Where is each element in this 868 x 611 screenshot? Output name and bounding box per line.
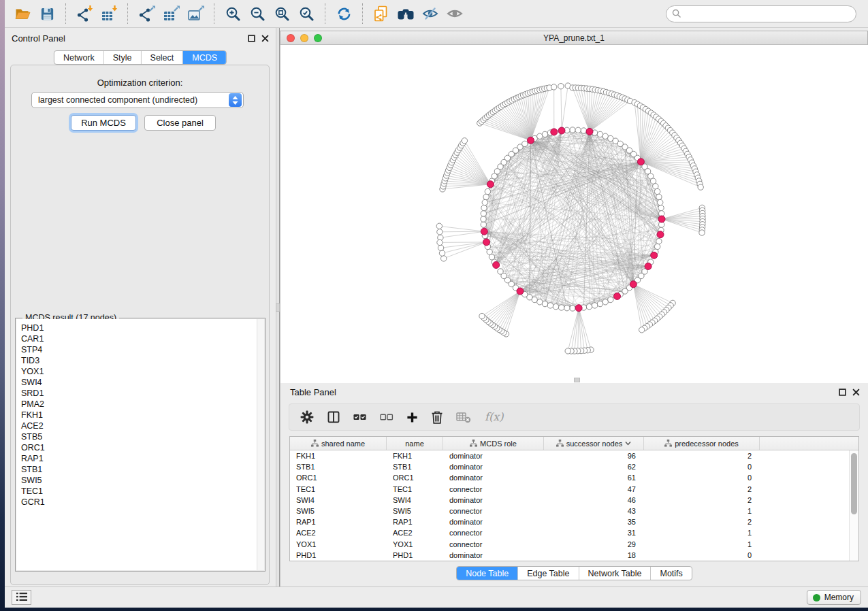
graph-satellite — [558, 84, 564, 89]
mcds-result-item[interactable]: SWI4 — [21, 377, 257, 388]
mcds-tab-content: Optimization criterion: largest connecte… — [10, 65, 270, 585]
graph-node — [542, 131, 547, 137]
table-cell: FKH1 — [387, 452, 443, 460]
find-icon[interactable] — [393, 3, 418, 24]
mcds-result-item[interactable]: SWI5 — [21, 475, 257, 486]
network-graph[interactable] — [280, 45, 867, 383]
tab-network[interactable]: Network — [54, 51, 103, 64]
search-input[interactable] — [684, 10, 856, 19]
zoom-in-icon[interactable] — [221, 3, 245, 24]
task-history-button[interactable] — [12, 590, 31, 605]
mcds-result-item[interactable]: STB1 — [21, 464, 257, 475]
mcds-result-list[interactable]: PHD1CAR1STP4TID3YOX1SWI4SRD1PMA2FKH1ACE2… — [16, 319, 257, 570]
mcds-result-item[interactable]: PMA2 — [21, 399, 257, 410]
hide-panel-icon[interactable] — [418, 3, 443, 24]
close-panel-icon[interactable] — [261, 35, 269, 44]
mcds-result-item[interactable]: ACE2 — [21, 420, 257, 431]
mcds-result-item[interactable]: STP4 — [21, 344, 257, 355]
table-cell: SWI5 — [387, 507, 443, 515]
mcds-result-item[interactable]: ORC1 — [21, 442, 257, 453]
table-row[interactable]: TEC1TEC1connector472 — [290, 484, 849, 495]
table-row[interactable]: PHD1PHD1dominator180 — [290, 550, 849, 561]
network-window-titlebar[interactable]: YPA_prune.txt_1 — [280, 31, 868, 45]
tab-select[interactable]: Select — [141, 51, 183, 64]
close-table-panel-icon[interactable] — [852, 389, 860, 398]
zoom-fit-icon[interactable] — [270, 3, 294, 24]
column-header-MCDS-role[interactable]: MCDS role — [443, 437, 544, 450]
float-table-panel-icon[interactable] — [839, 389, 846, 398]
table-row[interactable]: STB1STB1dominator620 — [290, 461, 849, 472]
tab-network-table[interactable]: Network Table — [579, 567, 651, 580]
select-all-icon[interactable] — [353, 412, 367, 422]
tab-style[interactable]: Style — [103, 51, 141, 64]
table-cell: STB1 — [290, 463, 387, 471]
network-canvas[interactable] — [280, 45, 868, 383]
run-mcds-button[interactable]: Run MCDS — [71, 115, 136, 131]
tab-node-table[interactable]: Node Table — [457, 567, 517, 580]
tab-edge-table[interactable]: Edge Table — [517, 567, 578, 580]
add-icon[interactable] — [406, 412, 418, 423]
canvas-resize-handle[interactable] — [574, 378, 580, 382]
export-image-icon[interactable] — [183, 3, 208, 24]
delete-table-icon[interactable] — [456, 412, 471, 423]
graph-node — [575, 127, 581, 133]
mcds-result-item[interactable]: TEC1 — [21, 486, 257, 497]
table-row[interactable]: RAP1RAP1dominator352 — [290, 516, 849, 527]
mcds-result-item[interactable]: FKH1 — [21, 410, 257, 420]
import-network-icon[interactable] — [72, 3, 97, 24]
mcds-list-scrollbar[interactable] — [257, 319, 264, 570]
tab-mcds[interactable]: MCDS — [182, 51, 226, 64]
mcds-result-item[interactable]: YOX1 — [21, 366, 257, 377]
graph-node — [481, 205, 487, 210]
refresh-icon[interactable] — [332, 3, 356, 24]
deselect-all-icon[interactable] — [380, 412, 393, 422]
memory-button[interactable]: Memory — [807, 590, 861, 605]
search-field[interactable] — [666, 5, 856, 22]
column-label: shared name — [321, 440, 365, 448]
zoom-out-icon[interactable] — [245, 3, 270, 24]
column-header-name[interactable]: name — [387, 437, 443, 450]
eye-icon[interactable] — [443, 3, 467, 24]
export-table-icon[interactable] — [159, 3, 183, 24]
table-cell: connector — [443, 540, 544, 548]
settings-gear-icon[interactable] — [300, 410, 314, 424]
close-panel-button[interactable]: Close panel — [144, 115, 216, 131]
mcds-result-item[interactable]: GCR1 — [21, 497, 257, 508]
export-network-icon[interactable] — [134, 3, 159, 24]
table-cell: connector — [443, 507, 544, 515]
shared-column-icon — [311, 440, 319, 447]
table-scrollbar-thumb[interactable] — [851, 453, 857, 514]
graph-node — [608, 297, 613, 302]
zoom-selected-icon[interactable] — [294, 3, 319, 24]
shared-column-icon — [556, 440, 564, 447]
column-header-successor-nodes[interactable]: successor nodes — [544, 437, 644, 450]
mcds-result-item[interactable]: RAP1 — [21, 453, 257, 464]
table-cell: 61 — [544, 474, 644, 482]
table-scrollbar[interactable] — [849, 450, 858, 561]
table-row[interactable]: SWI4SWI4dominator462 — [290, 495, 849, 506]
table-cell: YOX1 — [290, 540, 387, 548]
table-row[interactable]: FKH1FKH1dominator962 — [290, 450, 849, 461]
import-table-icon[interactable] — [97, 3, 121, 24]
table-row[interactable]: ORC1ORC1dominator610 — [290, 472, 849, 483]
float-panel-icon[interactable] — [248, 35, 255, 44]
clone-network-icon[interactable] — [369, 3, 393, 24]
mcds-result-item[interactable]: STB5 — [21, 431, 257, 442]
delete-icon[interactable] — [431, 410, 443, 424]
open-folder-icon[interactable] — [10, 3, 35, 24]
save-icon[interactable] — [35, 3, 59, 24]
table-row[interactable]: ACE2ACE2connector311 — [290, 527, 849, 538]
function-icon[interactable]: f(x) — [484, 410, 507, 425]
criterion-dropdown[interactable]: largest connected component (undirected) — [31, 92, 244, 108]
column-header-shared-name[interactable]: shared name — [290, 437, 387, 450]
mcds-result-item[interactable]: CAR1 — [21, 333, 257, 344]
table-row[interactable]: YOX1YOX1connector291 — [290, 539, 849, 550]
table-row[interactable]: SWI5SWI5connector431 — [290, 506, 849, 516]
column-header-predecessor-nodes[interactable]: predecessor nodes — [644, 437, 760, 450]
tab-motifs[interactable]: Motifs — [650, 567, 691, 580]
graph-satellite — [437, 229, 443, 235]
mcds-result-item[interactable]: SRD1 — [21, 388, 257, 399]
mcds-result-item[interactable]: PHD1 — [21, 323, 257, 333]
columns-icon[interactable] — [327, 410, 340, 424]
mcds-result-item[interactable]: TID3 — [21, 355, 257, 366]
